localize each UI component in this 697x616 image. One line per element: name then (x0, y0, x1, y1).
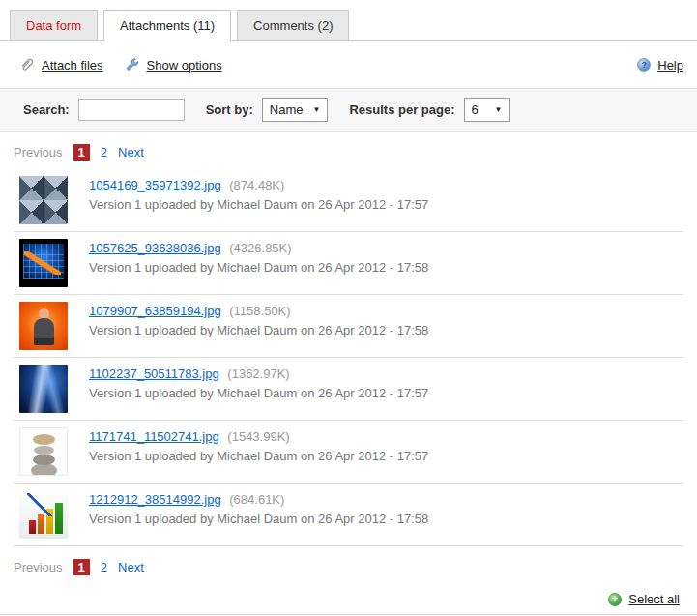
attachment-version-info: Version 1 uploaded by Michael Daum on 26… (89, 512, 428, 526)
current-page-indicator: 1 (73, 559, 90, 575)
attachment-row: 1054169_35971392.jpg (874.48K) Version 1… (14, 169, 683, 232)
results-per-page-select[interactable]: 6 ▼ (464, 98, 510, 122)
attachment-version-info: Version 1 uploaded by Michael Daum on 26… (89, 197, 428, 212)
bottom-divider (0, 614, 697, 615)
help-link[interactable]: Help (657, 58, 683, 73)
attachment-row: 1057625_93638036.jpg (4326.85K) Version … (14, 232, 683, 295)
toolbar: Attach files Show options ? Help (19, 57, 683, 73)
tab-attachments[interactable]: Attachments (11) (103, 10, 231, 41)
attachment-meta: 1057625_93638036.jpg (4326.85K) Version … (89, 239, 428, 287)
tab-data-form[interactable]: Data form (10, 10, 98, 40)
attachment-size: (4326.85K) (229, 241, 291, 255)
attachment-size: (684.61K) (229, 492, 284, 507)
footer: + Select all (14, 592, 680, 606)
attachment-meta: 1171741_11502741.jpg (1543.99K) Version … (89, 427, 428, 476)
attachment-meta: 1079907_63859194.jpg (1158.50K) Version … (89, 302, 428, 350)
attachment-row: 1079907_63859194.jpg (1158.50K) Version … (14, 295, 683, 358)
previous-button: Previous (14, 560, 63, 574)
page-2-link[interactable]: 2 (101, 145, 107, 160)
help-icon: ? (637, 58, 651, 72)
pagination-top: Previous 1 2 Next (14, 144, 683, 161)
attachment-filename-link[interactable]: 1212912_38514992.jpg (89, 492, 221, 507)
attachment-version-info: Version 1 uploaded by Michael Daum on 26… (89, 449, 428, 463)
attachment-thumbnail[interactable] (19, 239, 68, 287)
search-label: Search: (23, 103, 70, 117)
attachment-meta: 1102237_50511783.jpg (1362.97K) Version … (89, 365, 428, 413)
attachment-filename-link[interactable]: 1079907_63859194.jpg (89, 304, 221, 318)
attachment-row: 1102237_50511783.jpg (1362.97K) Version … (14, 358, 683, 421)
attachment-filename-link[interactable]: 1054169_35971392.jpg (89, 178, 221, 192)
attachment-meta: 1054169_35971392.jpg (874.48K) Version 1… (89, 176, 428, 224)
paperclip-icon (19, 57, 35, 73)
pagination-bottom: Previous 1 2 Next (14, 559, 683, 575)
chevron-down-icon: ▼ (313, 105, 321, 114)
attachment-version-info: Version 1 uploaded by Michael Daum on 26… (89, 323, 428, 337)
tab-comments[interactable]: Comments (2) (237, 10, 349, 40)
attachment-size: (1543.99K) (227, 429, 289, 444)
filter-bar: Search: Sort by: Name ▼ Results per page… (0, 88, 697, 132)
page-2-link[interactable]: 2 (101, 560, 107, 574)
sort-by-select[interactable]: Name ▼ (262, 98, 329, 122)
attachment-row: 1212912_38514992.jpg (684.61K) Version 1… (14, 484, 683, 546)
attachment-thumbnail[interactable] (19, 176, 68, 224)
attachment-size: (1362.97K) (227, 367, 289, 381)
previous-button: Previous (14, 145, 63, 160)
select-all-link[interactable]: Select all (628, 592, 680, 606)
search-input[interactable] (78, 99, 185, 121)
attachment-filename-link[interactable]: 1057625_93638036.jpg (89, 241, 221, 255)
attachment-version-info: Version 1 uploaded by Michael Daum on 26… (89, 260, 428, 275)
attachment-row: 1171741_11502741.jpg (1543.99K) Version … (14, 421, 683, 484)
sort-by-value: Name (270, 103, 304, 117)
results-per-page-value: 6 (472, 103, 479, 117)
attachment-thumbnail[interactable] (19, 427, 68, 476)
results-per-page-label: Results per page: (349, 103, 454, 117)
tab-bar: Data form Attachments (11) Comments (2) (0, 10, 697, 41)
attachment-size: (1158.50K) (229, 304, 290, 318)
wrench-icon (125, 57, 140, 73)
attachment-filename-link[interactable]: 1171741_11502741.jpg (89, 429, 219, 444)
attachment-thumbnail[interactable] (19, 365, 68, 413)
next-button[interactable]: Next (118, 145, 144, 160)
attachment-size: (874.48K) (229, 178, 284, 192)
attachment-list: 1054169_35971392.jpg (874.48K) Version 1… (14, 169, 683, 546)
attachment-filename-link[interactable]: 1102237_50511783.jpg (89, 367, 219, 381)
select-all-plus-icon: + (608, 593, 622, 606)
attachment-thumbnail[interactable] (19, 490, 68, 539)
current-page-indicator: 1 (73, 144, 90, 161)
show-options-link[interactable]: Show options (147, 58, 222, 73)
attachment-meta: 1212912_38514992.jpg (684.61K) Version 1… (89, 490, 428, 539)
attach-files-link[interactable]: Attach files (42, 58, 103, 73)
attachment-version-info: Version 1 uploaded by Michael Daum on 26… (89, 386, 428, 400)
sort-by-label: Sort by: (206, 103, 253, 117)
next-button[interactable]: Next (118, 560, 144, 574)
chevron-down-icon: ▼ (495, 105, 503, 114)
attachment-thumbnail[interactable] (19, 302, 68, 350)
